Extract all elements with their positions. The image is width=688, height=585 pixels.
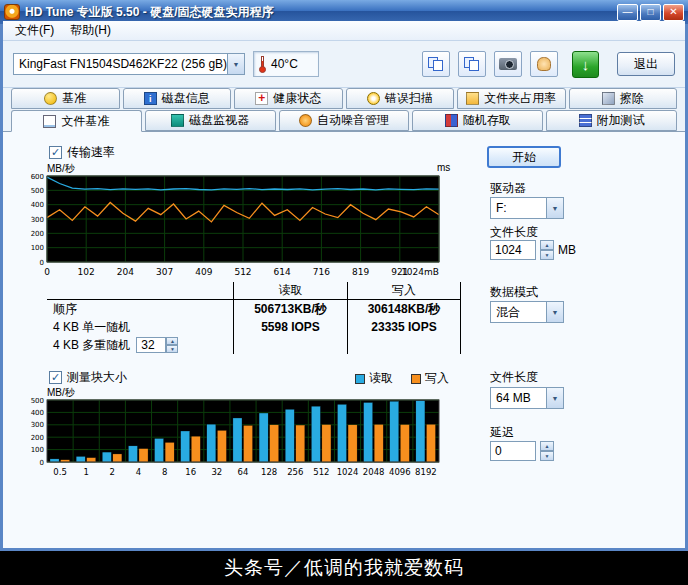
maximize-button[interactable]: □ bbox=[640, 4, 661, 21]
tab-disk-monitor[interactable]: 磁盘监视器 bbox=[145, 110, 276, 131]
app-window: HD Tune 专业版 5.50 - 硬盘/固态硬盘实用程序 — □ ✕ 文件(… bbox=[0, 0, 688, 551]
menu-help[interactable]: 帮助(H) bbox=[62, 20, 119, 41]
table-row: 4 KB 多重随机 32 ▲ ▼ bbox=[47, 336, 461, 354]
copy-icon bbox=[428, 57, 444, 71]
svg-text:16: 16 bbox=[185, 467, 196, 477]
svg-text:4096: 4096 bbox=[389, 467, 411, 477]
toolbar: KingFast FN1504SD462KF22 (256 gB) ▼ 40°C… bbox=[3, 41, 685, 88]
temperature-value: 40°C bbox=[271, 57, 298, 71]
tab-erase[interactable]: 擦除 bbox=[569, 88, 678, 109]
dice-icon bbox=[445, 114, 458, 127]
folder-icon bbox=[466, 92, 479, 105]
tab-file-benchmark[interactable]: 文件基准 bbox=[11, 110, 142, 132]
svg-text:500: 500 bbox=[31, 187, 44, 195]
monitor-icon bbox=[171, 114, 184, 127]
svg-text:1024mB: 1024mB bbox=[401, 267, 439, 277]
data-mode-value: 混合 bbox=[491, 304, 546, 321]
tab-disk-info[interactable]: i磁盘信息 bbox=[123, 88, 232, 109]
tab-folder-usage[interactable]: 文件夹占用率 bbox=[457, 88, 566, 109]
exit-button[interactable]: 退出 bbox=[617, 52, 675, 76]
tab-benchmark[interactable]: 基准 bbox=[11, 88, 120, 109]
spin-down-icon[interactable]: ▼ bbox=[540, 451, 554, 461]
block-size-chart-svg: 01002003004005000.5124816326412825651210… bbox=[19, 398, 463, 484]
read-swatch-icon bbox=[355, 374, 365, 384]
svg-text:0.5: 0.5 bbox=[53, 467, 67, 477]
svg-text:1: 1 bbox=[83, 467, 88, 477]
update-download-button[interactable]: ↓ bbox=[572, 51, 599, 78]
spin-up-icon[interactable]: ▲ bbox=[540, 441, 554, 451]
drive-dropdown[interactable]: F: ▼ bbox=[490, 197, 564, 219]
tab-aam[interactable]: 自动噪音管理 bbox=[279, 110, 410, 131]
queue-depth-spinner[interactable]: 32 ▲ ▼ bbox=[136, 337, 178, 353]
svg-text:409: 409 bbox=[195, 267, 212, 277]
health-icon: + bbox=[255, 92, 268, 105]
file-length-value[interactable]: 1024 bbox=[490, 240, 536, 260]
drive-dropdown-value: F: bbox=[491, 201, 546, 215]
drive-selector[interactable]: KingFast FN1504SD462KF22 (256 gB) ▼ bbox=[13, 53, 245, 75]
random-multi-read-value bbox=[233, 336, 347, 354]
queue-depth-value[interactable]: 32 bbox=[136, 337, 166, 353]
tab-random-access[interactable]: 随机存取 bbox=[412, 110, 543, 131]
spin-down-icon[interactable]: ▼ bbox=[166, 345, 178, 353]
svg-text:100: 100 bbox=[31, 244, 44, 252]
random-multi-write-value bbox=[347, 336, 461, 354]
svg-text:400: 400 bbox=[31, 201, 44, 209]
watermark-banner: 头条号／低调的我就爱数码 bbox=[0, 551, 688, 585]
file-length2-dropdown[interactable]: 64 MB ▼ bbox=[490, 387, 564, 409]
spin-down-icon[interactable]: ▼ bbox=[540, 250, 554, 260]
svg-text:32: 32 bbox=[211, 467, 222, 477]
write-swatch-icon bbox=[411, 374, 421, 384]
disk-info-icon: i bbox=[144, 92, 157, 105]
app-icon bbox=[4, 4, 20, 20]
minimize-button[interactable]: — bbox=[617, 4, 638, 21]
data-mode-dropdown[interactable]: 混合 ▼ bbox=[490, 301, 564, 323]
speaker-icon bbox=[299, 114, 312, 127]
pointer-button[interactable] bbox=[530, 51, 558, 77]
svg-text:2: 2 bbox=[110, 467, 115, 477]
checkbox-checked-icon[interactable]: ✓ bbox=[49, 146, 62, 159]
table-row: 4 KB 单一随机 5598 IOPS 23335 IOPS bbox=[47, 318, 461, 336]
transfer-rate-chart-svg: 0100200300400500600010220430740951261471… bbox=[19, 174, 463, 282]
sequential-label: 顺序 bbox=[47, 301, 233, 318]
results-header-row: 读取 写入 bbox=[47, 282, 461, 300]
transfer-rate-checkbox[interactable]: ✓ 传输速率 bbox=[49, 144, 115, 161]
latency-spinner[interactable]: 0 ▲ ▼ bbox=[490, 441, 554, 461]
latency-value[interactable]: 0 bbox=[490, 441, 536, 461]
legend-write: 写入 bbox=[411, 370, 449, 387]
spin-up-icon[interactable]: ▲ bbox=[540, 240, 554, 250]
screenshot-button[interactable] bbox=[494, 51, 522, 77]
spin-up-icon[interactable]: ▲ bbox=[166, 337, 178, 345]
copy-text-button[interactable] bbox=[422, 51, 450, 77]
chart1-right-axis-label: ms bbox=[437, 162, 450, 173]
file-benchmark-panel: ✓ 传输速率 开始 MB/秒 ms 0100200300400500600010… bbox=[3, 131, 685, 548]
block-size-checkbox[interactable]: ✓ 测量块大小 bbox=[49, 369, 127, 386]
chevron-down-icon[interactable]: ▼ bbox=[546, 302, 563, 322]
checkbox-checked-icon[interactable]: ✓ bbox=[49, 371, 62, 384]
legend-read: 读取 bbox=[355, 370, 393, 387]
copy-image-icon bbox=[464, 57, 480, 71]
hand-icon bbox=[537, 57, 551, 71]
file-length2-label: 文件长度 bbox=[490, 369, 538, 386]
transfer-rate-label: 传输速率 bbox=[67, 144, 115, 161]
chevron-down-icon[interactable]: ▼ bbox=[546, 198, 563, 218]
random-single-read-value: 5598 IOPS bbox=[233, 318, 347, 336]
svg-text:600: 600 bbox=[31, 174, 44, 181]
file-length-spinner[interactable]: 1024 ▲ ▼ MB bbox=[490, 240, 576, 260]
menu-file[interactable]: 文件(F) bbox=[7, 20, 62, 41]
benchmark-icon bbox=[44, 92, 57, 105]
svg-text:100: 100 bbox=[31, 446, 44, 454]
tab-extra-tests[interactable]: 附加测试 bbox=[546, 110, 677, 131]
close-button[interactable]: ✕ bbox=[663, 4, 684, 21]
window-title: HD Tune 专业版 5.50 - 硬盘/固态硬盘实用程序 bbox=[25, 4, 612, 21]
tab-error-scan[interactable]: 错误扫描 bbox=[346, 88, 455, 109]
svg-text:8: 8 bbox=[162, 467, 167, 477]
copy-image-button[interactable] bbox=[458, 51, 486, 77]
svg-text:200: 200 bbox=[31, 230, 44, 238]
block-size-chart: 01002003004005000.5124816326412825651210… bbox=[19, 398, 463, 487]
tab-health[interactable]: +健康状态 bbox=[234, 88, 343, 109]
start-button[interactable]: 开始 bbox=[487, 146, 561, 168]
chevron-down-icon[interactable]: ▼ bbox=[546, 388, 563, 408]
temperature-indicator: 40°C bbox=[253, 51, 319, 77]
drive-label: 驱动器 bbox=[490, 180, 526, 197]
chevron-down-icon[interactable]: ▼ bbox=[227, 54, 244, 74]
